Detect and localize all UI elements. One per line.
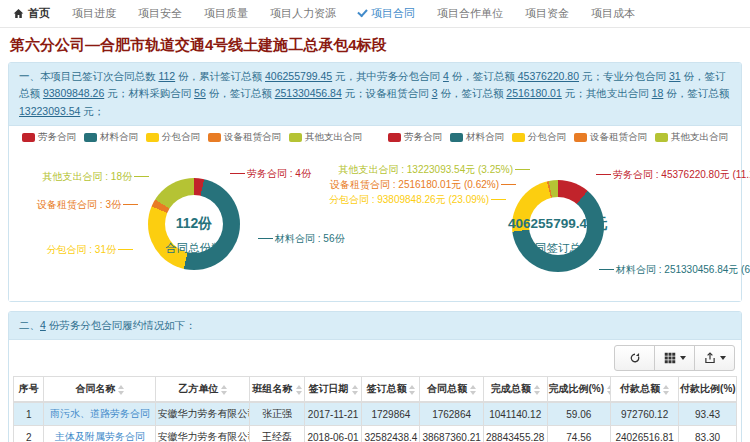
chart-legend: 劳务合同材料合同分包合同设备租赁合同其他支出合同: [9, 131, 375, 144]
nav-item-active[interactable]: 项目合同: [347, 0, 426, 27]
nav-item-tab[interactable]: 项目人力资源: [259, 0, 347, 27]
nav-item-label: 项目合作单位: [437, 6, 503, 21]
column-header[interactable]: 签订总额: [362, 377, 420, 403]
donut-hole: [165, 195, 223, 253]
nav-item-tab[interactable]: 项目资金: [514, 0, 580, 27]
legend-item[interactable]: 分包合同: [146, 131, 200, 144]
legend-swatch: [388, 133, 401, 142]
legend-item[interactable]: 劳务合同: [22, 131, 76, 144]
contract-count-chart: 劳务合同材料合同分包合同设备租赁合同其他支出合同 112份 合同总份数 劳务合同…: [9, 126, 375, 301]
column-header[interactable]: 签订日期: [304, 377, 362, 403]
table-row: 1雨污水、道路劳务合同安徽华力劳务有限公司张正强2017-11-21172986…: [14, 402, 737, 426]
refresh-icon: [629, 352, 641, 364]
legend-label: 其他支出合同: [671, 131, 728, 144]
table-cell: 74.56: [547, 426, 611, 442]
summary-link[interactable]: 18: [652, 87, 664, 99]
nav-items: 项目进度项目安全项目质量项目人力资源项目合同项目合作单位项目资金项目成本: [61, 0, 646, 27]
sort-arrows-icon: [118, 385, 124, 395]
table-cell: 24026516.81: [611, 426, 679, 442]
legend-item[interactable]: 设备租赁合同: [574, 131, 647, 144]
legend-label: 其他支出合同: [305, 131, 362, 144]
legend-item[interactable]: 其他支出合同: [289, 131, 362, 144]
legend-swatch: [512, 133, 525, 142]
export-button[interactable]: [694, 345, 735, 371]
summary-text: 份，签订总额: [206, 87, 275, 99]
charts-area: 劳务合同材料合同分包合同设备租赁合同其他支出合同 112份 合同总份数 劳务合同…: [9, 126, 741, 301]
legend-item[interactable]: 材料合同: [450, 131, 504, 144]
legend-item[interactable]: 材料合同: [84, 131, 138, 144]
label-line: [596, 174, 611, 175]
nav-item-tab[interactable]: 项目安全: [127, 0, 193, 27]
column-header[interactable]: 乙方单位: [156, 377, 250, 403]
table-cell: 93.43: [679, 402, 737, 426]
donut-chart-contract-amount[interactable]: [512, 180, 604, 272]
columns-button[interactable]: [654, 345, 695, 371]
sort-arrows-icon: [663, 385, 669, 395]
legend-item[interactable]: 分包合同: [512, 131, 566, 144]
nav-item-tab[interactable]: 项目质量: [193, 0, 259, 27]
summary-link[interactable]: 45376220.80: [518, 70, 579, 82]
column-header-label: 完成总额: [491, 383, 531, 394]
nav-item-label: 项目成本: [591, 6, 635, 21]
table-cell: 2017-11-21: [304, 402, 362, 426]
summary-link[interactable]: 2516180.01: [506, 87, 561, 99]
table-cell: 38687360.21: [420, 426, 484, 442]
legend-label: 劳务合同: [38, 131, 76, 144]
column-header[interactable]: 班组名称: [250, 377, 304, 403]
table-cell: 59.06: [547, 402, 611, 426]
label-line: [599, 269, 614, 270]
table-zone: 序号合同名称乙方单位班组名称签订日期签订总额合同总额完成总额完成比例(%)付款总…: [9, 340, 741, 442]
sort-arrows-icon: [409, 385, 415, 395]
sort-arrows-icon: [296, 385, 302, 395]
nav-home-label: 首页: [28, 6, 50, 21]
labor-contracts-table: 序号合同名称乙方单位班组名称签订日期签订总额合同总额完成总额完成比例(%)付款总…: [13, 376, 737, 442]
label-text: 其他支出合同 : 13223093.54元 (3.25%): [338, 164, 513, 175]
column-header-label: 完成比例(%): [549, 383, 605, 394]
nav-item-tab[interactable]: 项目合作单位: [426, 0, 514, 27]
legend-swatch: [208, 133, 221, 142]
summary-link[interactable]: 13223093.54: [19, 105, 80, 117]
nav-item-tab[interactable]: 项目进度: [61, 0, 127, 27]
table-cell: 2: [14, 426, 44, 442]
legend-item[interactable]: 劳务合同: [388, 131, 442, 144]
summary-text: 元；设备租赁合同: [342, 87, 432, 99]
column-header[interactable]: 完成总额: [483, 377, 547, 403]
summary-text: 份，签订总额: [437, 87, 506, 99]
legend-item[interactable]: 设备租赁合同: [208, 131, 281, 144]
column-header-label: 班组名称: [253, 383, 293, 394]
summary-link[interactable]: 251330456.84: [275, 87, 342, 99]
label-text: 设备租赁合同 : 2516180.01元 (0.62%): [330, 179, 499, 190]
legend-swatch: [84, 133, 97, 142]
nav-item-tab[interactable]: 项目成本: [580, 0, 646, 27]
contract-name-link[interactable]: 雨污水、道路劳务合同: [44, 402, 156, 426]
donut-hole: [529, 197, 587, 255]
column-header-label: 序号: [19, 383, 39, 394]
donut-chart-contract-count[interactable]: [148, 178, 240, 270]
column-header[interactable]: 付款总额: [611, 377, 679, 403]
legend-item[interactable]: 其他支出合同: [655, 131, 728, 144]
nav-item-home[interactable]: 首页: [6, 0, 61, 27]
label-text: 材料合同 : 251330456.84元 (61.87%): [616, 264, 750, 275]
column-header[interactable]: 付款比例(%): [679, 377, 737, 403]
column-header[interactable]: 合同总额: [420, 377, 484, 403]
summary-link[interactable]: 112: [158, 70, 175, 82]
summary-link[interactable]: 406255799.45: [265, 70, 332, 82]
contract-name-link[interactable]: 主体及附属劳务合同: [44, 426, 156, 442]
table-cell: 28843455.28: [483, 426, 547, 442]
column-header: 序号: [14, 377, 44, 403]
nav-item-label: 项目进度: [72, 6, 116, 21]
label-text: 劳务合同 : 4份: [247, 168, 311, 179]
refresh-button[interactable]: [614, 345, 655, 371]
column-header-label: 乙方单位: [178, 383, 218, 394]
column-header[interactable]: 完成比例(%): [547, 377, 611, 403]
summary-link[interactable]: 93809848.26: [43, 87, 104, 99]
slice-label: 材料合同 : 251330456.84元 (61.87%): [597, 263, 750, 277]
summary-link[interactable]: 56: [194, 87, 206, 99]
column-header[interactable]: 合同名称: [44, 377, 156, 403]
summary-link[interactable]: 31: [669, 70, 681, 82]
nav-item-label: 项目安全: [138, 6, 182, 21]
slice-label: 设备租赁合同 : 3份: [37, 198, 140, 212]
table-cell: 1762864: [420, 402, 484, 426]
table-cell: 1041140.12: [483, 402, 547, 426]
nav-item-label: 项目合同: [371, 6, 415, 21]
